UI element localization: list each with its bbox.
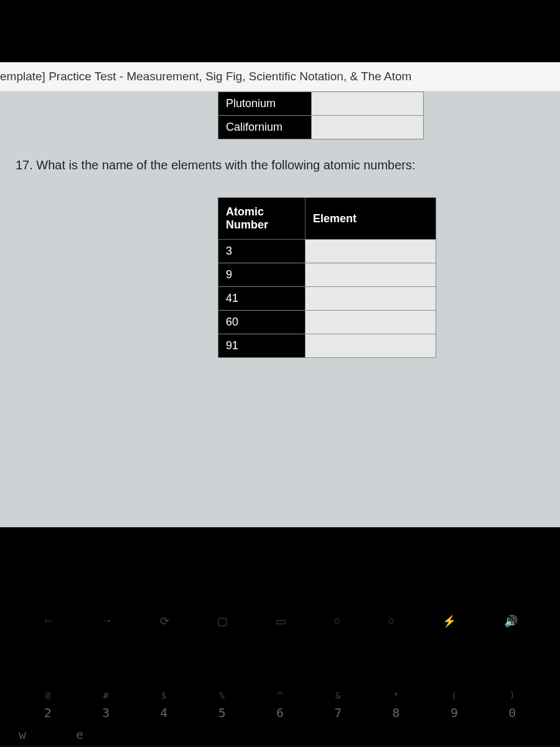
- table-row: 9: [218, 263, 436, 287]
- element-answer-cell[interactable]: [306, 334, 436, 358]
- key-w: w: [19, 727, 26, 742]
- key-7: &7: [334, 690, 342, 720]
- power-icon: ⚡: [442, 614, 456, 628]
- header-atomic-number: Atomic Number: [218, 198, 306, 240]
- header-element: Element: [306, 198, 436, 240]
- table-header-row: Atomic Number Element: [218, 198, 436, 240]
- atomic-number-cell: 3: [218, 240, 306, 263]
- key-4: $4: [160, 690, 167, 720]
- table-row: Plutonium: [218, 92, 424, 116]
- table-row: Californium: [218, 116, 424, 139]
- key-e: e: [76, 727, 83, 742]
- element-input[interactable]: [312, 116, 424, 139]
- keyboard-letter-row: w e: [19, 727, 83, 742]
- prev-elements-table: Plutonium Californium: [218, 92, 424, 139]
- forward-icon: →: [101, 614, 113, 628]
- content-area: Plutonium Californium 17. What is the na…: [0, 92, 560, 527]
- atomic-number-cell: 60: [218, 311, 306, 334]
- atomic-number-table: Atomic Number Element 3 9 41 60 91: [218, 197, 436, 358]
- volume-icon: 🔊: [504, 614, 518, 628]
- element-answer-cell[interactable]: [306, 287, 436, 311]
- element-answer-cell[interactable]: [306, 263, 436, 287]
- back-icon: ←: [42, 614, 54, 628]
- circle-icon: ○: [334, 614, 340, 628]
- page-title-bar: emplate] Practice Test - Measurement, Si…: [0, 62, 560, 92]
- key-0: )0: [508, 690, 516, 720]
- table-row: 3: [218, 240, 436, 263]
- atomic-number-cell: 41: [218, 287, 306, 311]
- key-5: %5: [218, 690, 226, 720]
- page-title: emplate] Practice Test - Measurement, Si…: [0, 70, 411, 83]
- top-black-region: [0, 0, 560, 62]
- key-9: (9: [450, 690, 458, 720]
- square-icon: ▢: [217, 614, 228, 628]
- rect-icon: ▭: [276, 614, 286, 628]
- question-text: 17. What is the name of the elements wit…: [0, 139, 560, 185]
- table-row: 60: [218, 311, 436, 334]
- key-6: ^6: [276, 690, 284, 720]
- refresh-icon: ⟳: [160, 614, 169, 628]
- keyboard-number-row: @2 #3 $4 %5 ^6 &7 *8 (9 )0: [0, 690, 560, 720]
- nav-icons-row: ← → ⟳ ▢ ▭ ○ ○ ⚡ 🔊: [0, 614, 560, 628]
- key-2: @2: [44, 690, 52, 720]
- atomic-number-cell: 9: [218, 263, 306, 287]
- element-label: Californium: [218, 116, 312, 139]
- element-answer-cell[interactable]: [306, 311, 436, 334]
- element-answer-cell[interactable]: [306, 240, 436, 263]
- key-8: *8: [393, 690, 400, 720]
- circle-icon: ○: [388, 614, 395, 628]
- atomic-number-cell: 91: [218, 334, 306, 358]
- element-input[interactable]: [312, 92, 424, 116]
- table-row: 91: [218, 334, 436, 358]
- table-row: 41: [218, 287, 436, 311]
- key-3: #3: [102, 690, 110, 720]
- element-label: Plutonium: [218, 92, 312, 116]
- bottom-black-region: ← → ⟳ ▢ ▭ ○ ○ ⚡ 🔊 @2 #3 $4 %5 ^6 &7 *8 (…: [0, 527, 560, 745]
